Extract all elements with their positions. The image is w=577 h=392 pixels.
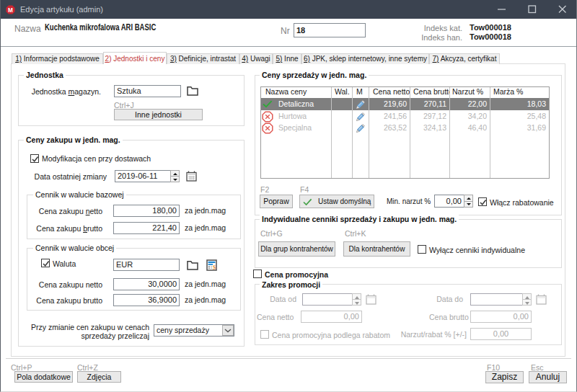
svg-text:M: M xyxy=(8,7,13,14)
